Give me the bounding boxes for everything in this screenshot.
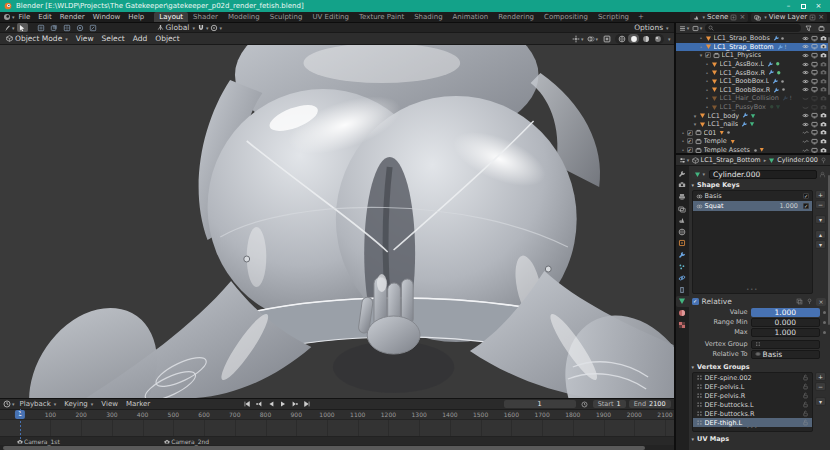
expand-caret-icon[interactable]: ▾ bbox=[692, 113, 699, 119]
timeline-menu-keying[interactable]: Keying▾ bbox=[60, 400, 97, 408]
properties-tab-particles[interactable] bbox=[676, 261, 689, 273]
outliner-row-lc1-body[interactable]: ▾LC1_body bbox=[676, 111, 830, 120]
eye-toggle-icon[interactable] bbox=[802, 35, 809, 42]
workspace-tab-shader[interactable]: Shader bbox=[188, 12, 223, 22]
remove-view-layer-icon[interactable]: × bbox=[818, 13, 824, 21]
timeline-scrollbar-thumb[interactable] bbox=[3, 446, 645, 450]
camera-toggle-icon[interactable] bbox=[820, 43, 827, 50]
outliner-search-input[interactable] bbox=[716, 24, 798, 32]
shading-rendered-button[interactable] bbox=[652, 34, 663, 43]
timeline-editor-type-dropdown[interactable]: ▾ bbox=[3, 400, 15, 409]
mesh-name-field[interactable]: Cylinder.000 bbox=[709, 170, 817, 179]
outliner-row-c01[interactable]: •✓C01 bbox=[676, 129, 830, 138]
unlink-scene-icon[interactable]: × bbox=[739, 13, 745, 21]
timeline-scrollbar[interactable] bbox=[0, 445, 674, 450]
shape-key-mute-checkbox[interactable]: ✓ bbox=[803, 193, 809, 199]
move-shape-key-down-button[interactable]: ▾ bbox=[815, 240, 826, 249]
lock-icon[interactable] bbox=[802, 383, 809, 390]
timeline-menu-marker[interactable]: Marker bbox=[122, 400, 154, 408]
menu-render[interactable]: Render bbox=[56, 13, 89, 21]
scene-selector[interactable]: ▾ Scene × bbox=[690, 13, 749, 22]
minimize-button[interactable]: – bbox=[781, 0, 796, 12]
scale-tool-button[interactable] bbox=[62, 23, 73, 32]
eyeclosed-toggle-icon[interactable] bbox=[802, 104, 809, 111]
camera-toggle-icon[interactable] bbox=[820, 121, 827, 128]
workspace-tab-animation[interactable]: Animation bbox=[448, 12, 494, 22]
expand-caret-icon[interactable]: ▾ bbox=[692, 121, 699, 127]
properties-editor-type-dropdown[interactable]: ▾ bbox=[679, 156, 690, 165]
add-vertex-group-button[interactable]: + bbox=[815, 372, 826, 381]
properties-tab-tool[interactable] bbox=[676, 168, 689, 180]
transform-orientation-dropdown[interactable]: Global▾ bbox=[157, 23, 195, 32]
properties-tab-render[interactable] bbox=[676, 180, 689, 192]
outliner-row-lc1-boobbox-r[interactable]: •LC1_BoobBox.R bbox=[676, 86, 830, 95]
start-frame-field[interactable]: Start1 bbox=[593, 400, 626, 408]
eye-toggle-icon[interactable] bbox=[802, 61, 809, 68]
properties-tab-scene[interactable] bbox=[676, 214, 689, 226]
camera-toggle-icon[interactable] bbox=[820, 69, 827, 76]
workspace-tab-texture-paint[interactable]: Texture Paint bbox=[354, 12, 409, 22]
clear-shape-keys-button[interactable]: × bbox=[816, 298, 826, 306]
workspace-tab-rendering[interactable]: Rendering bbox=[493, 12, 539, 22]
link-toggle-icon[interactable] bbox=[802, 129, 809, 136]
properties-tab-object-data[interactable] bbox=[676, 296, 689, 308]
remove-vertex-group-button[interactable]: − bbox=[815, 382, 826, 391]
vertex-group-specials-dropdown[interactable]: ▾ bbox=[815, 397, 826, 406]
playhead[interactable] bbox=[20, 409, 21, 440]
screen-toggle-icon[interactable] bbox=[811, 86, 818, 93]
list-resize-grip[interactable]: ••• bbox=[746, 424, 758, 430]
jump-start-button[interactable] bbox=[241, 400, 252, 409]
workspace-tab-compositing[interactable]: Compositing bbox=[539, 12, 593, 22]
viewport-menu-object[interactable]: Object bbox=[151, 34, 183, 43]
workspace-tab-modeling[interactable]: Modeling bbox=[223, 12, 265, 22]
collection-checkbox[interactable]: ✓ bbox=[687, 147, 693, 153]
outliner-row-lc1-boobbox-l[interactable]: •LC1_BoobBox.L bbox=[676, 77, 830, 86]
shape-key-mute-checkbox[interactable]: ✓ bbox=[803, 203, 809, 209]
workspace-tab-sculpting[interactable]: Sculpting bbox=[265, 12, 308, 22]
camera-toggle-icon[interactable] bbox=[820, 129, 827, 136]
collection-checkbox[interactable]: ✓ bbox=[705, 52, 711, 58]
shape-key-value[interactable]: 1.000 bbox=[779, 202, 798, 210]
viewport-menu-view[interactable]: View bbox=[72, 34, 98, 43]
outliner-search[interactable] bbox=[705, 24, 801, 32]
shape-key-row-squat[interactable]: Squat1.000✓ bbox=[693, 201, 812, 211]
properties-tab-view-layer[interactable] bbox=[676, 203, 689, 215]
shape-keys-panel-header[interactable]: ▾Shape Keys bbox=[692, 180, 826, 190]
shading-wireframe-button[interactable] bbox=[616, 34, 627, 43]
outliner-row-temple-assets[interactable]: •✓Temple Assets bbox=[676, 146, 830, 153]
proportional-editing-button[interactable]: ▾ bbox=[210, 23, 222, 32]
workspace-tab-scripting[interactable]: Scripting bbox=[593, 12, 634, 22]
camera-toggle-icon[interactable] bbox=[820, 86, 827, 93]
shading-solid-button[interactable] bbox=[628, 34, 639, 43]
use-preview-range-icon[interactable] bbox=[579, 400, 590, 409]
menu-file[interactable]: File bbox=[15, 13, 35, 21]
eye-toggle-icon[interactable] bbox=[802, 86, 809, 93]
annotate-tool-button[interactable] bbox=[88, 23, 99, 32]
eye-toggle-icon[interactable] bbox=[802, 121, 809, 128]
eye-toggle-icon[interactable] bbox=[802, 69, 809, 76]
viewport-menu-select[interactable]: Select bbox=[98, 34, 129, 43]
eye-toggle-icon[interactable] bbox=[802, 43, 809, 50]
vertex-group-row-def-pelvis-l[interactable]: DEF-pelvis.L bbox=[693, 382, 812, 391]
snap-toggle-button[interactable]: ▾ bbox=[197, 23, 209, 32]
rotate-tool-button[interactable] bbox=[49, 23, 60, 32]
screen-toggle-icon[interactable] bbox=[811, 121, 818, 128]
outliner-row-lc1-hair-collision[interactable]: •LC1_Hair_Collision! bbox=[676, 94, 830, 103]
move-shape-key-up-button[interactable]: ▴ bbox=[815, 230, 826, 239]
properties-tab-object[interactable] bbox=[676, 238, 689, 250]
list-resize-grip[interactable]: ••• bbox=[746, 286, 758, 292]
add-shape-key-button[interactable]: + bbox=[815, 190, 826, 199]
lock-icon[interactable] bbox=[802, 374, 809, 381]
screen-toggle-icon[interactable] bbox=[811, 69, 818, 76]
shape-key-specials-dropdown[interactable]: ▾ bbox=[815, 215, 826, 224]
outliner-display-mode-dropdown[interactable]: ▾ bbox=[679, 24, 690, 33]
shading-dropdown[interactable]: ▾ bbox=[668, 36, 671, 42]
eyeclosed-toggle-icon[interactable] bbox=[802, 95, 809, 102]
active-tool-dropdown[interactable]: ▾ bbox=[3, 23, 15, 32]
play-button[interactable] bbox=[277, 400, 288, 409]
overlays-dropdown[interactable]: ▾ bbox=[587, 34, 599, 43]
vertex-group-row-def-spine-002[interactable]: DEF-spine.002 bbox=[693, 373, 812, 382]
camera-toggle-icon[interactable] bbox=[820, 104, 827, 111]
properties-tab-modifiers[interactable] bbox=[676, 249, 689, 261]
animate-value-dot[interactable] bbox=[823, 311, 826, 314]
